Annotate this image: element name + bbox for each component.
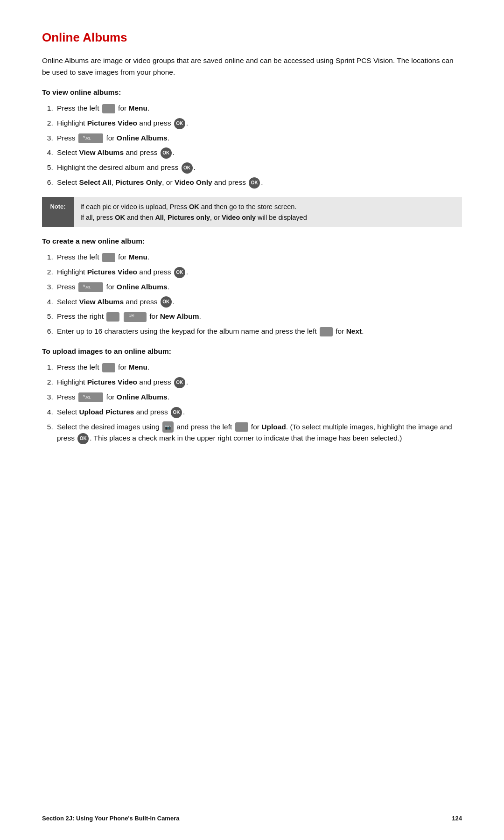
online-albums-label-u: Online Albums xyxy=(117,393,168,401)
create-step-4: Select View Albums and press OK. xyxy=(55,296,462,308)
view-step-2: Highlight Pictures Video and press OK. xyxy=(55,118,462,129)
ok-button-3: OK xyxy=(182,162,193,174)
ok-button-u4: OK xyxy=(171,407,182,418)
softkey-left xyxy=(102,104,115,113)
upload-step-2: Highlight Pictures Video and press OK. xyxy=(55,377,462,388)
intro-paragraph: Online Albums are image or video groups … xyxy=(42,55,462,78)
ok-button-c2: OK xyxy=(174,267,185,278)
view-step-5: Highlight the desired album and press OK… xyxy=(55,162,462,174)
ok-button-c4: OK xyxy=(161,296,172,308)
upload-label: Upload xyxy=(261,423,286,431)
view-step-3: Press 5JKL for Online Albums. xyxy=(55,133,462,144)
ok-button: OK xyxy=(174,118,185,129)
ok-button-4: OK xyxy=(249,177,260,189)
note-box: Note: If each pic or video is upload, Pr… xyxy=(42,197,462,227)
ok-button-u2: OK xyxy=(174,377,185,388)
upload-step-3: Press 5JKL for Online Albums. xyxy=(55,392,462,403)
upload-steps-list: Press the left for Menu. Highlight Pictu… xyxy=(55,362,462,444)
page-title: Online Albums xyxy=(42,28,462,47)
ok-button-2: OK xyxy=(161,147,172,159)
note-label: Note: xyxy=(42,197,74,227)
section-heading-upload: To upload images to an online album: xyxy=(42,346,462,357)
create-step-2: Highlight Pictures Video and press OK. xyxy=(55,266,462,278)
menu-label: Menu xyxy=(128,104,147,112)
upload-step-5: Select the desired images using 📷 and pr… xyxy=(55,421,462,445)
next-label: Next xyxy=(346,327,362,335)
section-heading-view: To view online albums: xyxy=(42,87,462,98)
upload-step-4: Select Upload Pictures and press OK. xyxy=(55,406,462,418)
ok-button-u5: OK xyxy=(77,433,89,444)
softkey-1msg: 1✉ xyxy=(124,312,147,322)
pictures-video-label-u: Pictures Video xyxy=(87,378,137,386)
page-footer: Section 2J: Using Your Phone's Built-in … xyxy=(42,809,462,823)
menu-label-u: Menu xyxy=(128,363,147,371)
select-all-label: Select All xyxy=(79,178,111,186)
softkey-left-c1 xyxy=(102,253,115,262)
upload-pictures-label: Upload Pictures xyxy=(79,408,134,416)
view-albums-label-c: View Albums xyxy=(79,298,124,306)
create-steps-list: Press the left for Menu. Highlight Pictu… xyxy=(55,252,462,337)
view-step-6: Select Select All, Pictures Only, or Vid… xyxy=(55,177,462,189)
softkey-5jkl-u: 5JKL xyxy=(78,392,103,402)
menu-label-c: Menu xyxy=(128,253,147,261)
create-step-1: Press the left for Menu. xyxy=(55,252,462,263)
pictures-video-label-c: Pictures Video xyxy=(87,268,137,276)
create-step-3: Press 5JKL for Online Albums. xyxy=(55,281,462,293)
softkey-left-c6 xyxy=(320,327,333,336)
new-album-label: New Album xyxy=(160,312,199,320)
camera-icon: 📷 xyxy=(162,421,174,433)
create-step-6: Enter up to 16 characters using the keyp… xyxy=(55,326,462,337)
view-step-1: Press the left for Menu. xyxy=(55,103,462,114)
view-step-4: Select View Albums and press OK. xyxy=(55,147,462,159)
softkey-5jkl: 5JKL xyxy=(78,133,103,143)
footer-page-number: 124 xyxy=(452,814,462,823)
softkey-right-small xyxy=(106,312,119,322)
online-albums-label-c: Online Albums xyxy=(117,283,168,291)
softkey-5jkl-c: 5JKL xyxy=(78,282,103,292)
create-step-5: Press the right 1✉ for New Album. xyxy=(55,311,462,322)
pictures-only-label: Pictures Only xyxy=(115,178,162,186)
softkey-left-u5 xyxy=(235,422,248,432)
note-content: If each pic or video is upload, Press OK… xyxy=(74,197,314,227)
softkey-left-u1 xyxy=(102,363,115,372)
pictures-video-label: Pictures Video xyxy=(87,119,137,127)
section-heading-create: To create a new online album: xyxy=(42,236,462,247)
upload-step-1: Press the left for Menu. xyxy=(55,362,462,373)
view-albums-label: View Albums xyxy=(79,148,124,156)
video-only-label: Video Only xyxy=(175,178,212,186)
footer-left-text: Section 2J: Using Your Phone's Built-in … xyxy=(42,814,179,823)
online-albums-label: Online Albums xyxy=(117,134,168,142)
view-steps-list: Press the left for Menu. Highlight Pictu… xyxy=(55,103,462,189)
